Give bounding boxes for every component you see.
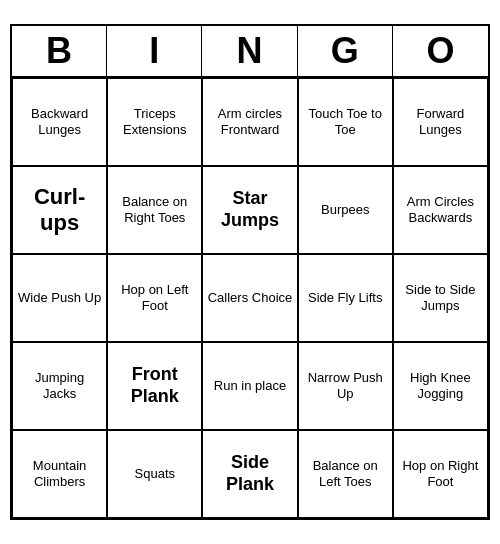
bingo-header: BINGO	[12, 26, 488, 78]
bingo-cell-4: Forward Lunges	[393, 78, 488, 166]
bingo-cell-19: High Knee Jogging	[393, 342, 488, 430]
bingo-letter-n: N	[202, 26, 297, 76]
bingo-cell-15: Jumping Jacks	[12, 342, 107, 430]
bingo-cell-24: Hop on Right Foot	[393, 430, 488, 518]
bingo-cell-3: Touch Toe to Toe	[298, 78, 393, 166]
bingo-cell-11: Hop on Left Foot	[107, 254, 202, 342]
bingo-cell-18: Narrow Push Up	[298, 342, 393, 430]
bingo-letter-i: I	[107, 26, 202, 76]
bingo-cell-22: Side Plank	[202, 430, 297, 518]
bingo-cell-6: Balance on Right Toes	[107, 166, 202, 254]
bingo-letter-g: G	[298, 26, 393, 76]
bingo-cell-7: Star Jumps	[202, 166, 297, 254]
bingo-cell-5: Curl-ups	[12, 166, 107, 254]
bingo-cell-8: Burpees	[298, 166, 393, 254]
bingo-cell-0: Backward Lunges	[12, 78, 107, 166]
bingo-cell-17: Run in place	[202, 342, 297, 430]
bingo-cell-14: Side to Side Jumps	[393, 254, 488, 342]
bingo-cell-10: Wide Push Up	[12, 254, 107, 342]
bingo-grid: Backward LungesTriceps ExtensionsArm cir…	[12, 78, 488, 518]
bingo-letter-b: B	[12, 26, 107, 76]
bingo-cell-20: Mountain Climbers	[12, 430, 107, 518]
bingo-card: BINGO Backward LungesTriceps ExtensionsA…	[10, 24, 490, 520]
bingo-cell-23: Balance on Left Toes	[298, 430, 393, 518]
bingo-cell-1: Triceps Extensions	[107, 78, 202, 166]
bingo-cell-21: Squats	[107, 430, 202, 518]
bingo-cell-2: Arm circles Frontward	[202, 78, 297, 166]
bingo-cell-12: Callers Choice	[202, 254, 297, 342]
bingo-cell-13: Side Fly Lifts	[298, 254, 393, 342]
bingo-cell-16: Front Plank	[107, 342, 202, 430]
bingo-cell-9: Arm Circles Backwards	[393, 166, 488, 254]
bingo-letter-o: O	[393, 26, 488, 76]
